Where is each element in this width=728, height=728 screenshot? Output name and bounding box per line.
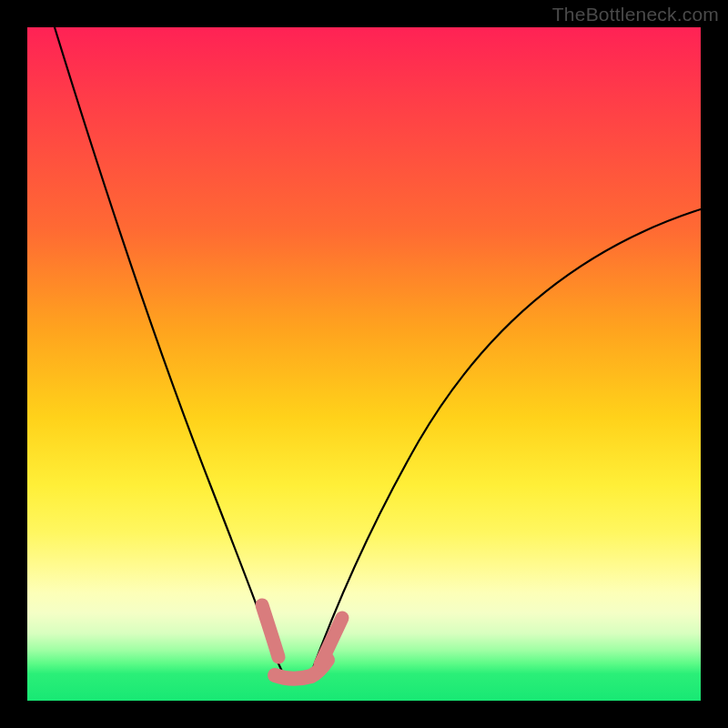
curve-right xyxy=(310,209,701,675)
chart-svg xyxy=(27,27,701,701)
curve-left xyxy=(55,27,284,675)
chart-plot-area xyxy=(27,27,701,701)
chart-frame: TheBottleneck.com xyxy=(0,0,728,728)
watermark-text: TheBottleneck.com xyxy=(552,4,719,25)
highlight-left-segment xyxy=(262,605,278,657)
